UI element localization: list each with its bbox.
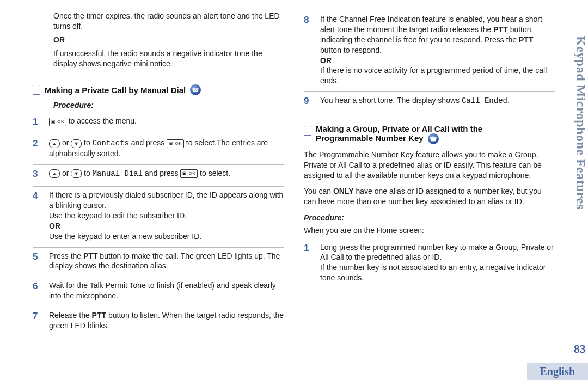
right-column: 8 If the Channel Free Indication feature…	[304, 11, 555, 336]
step-number: 5	[33, 251, 41, 272]
step-number: 8	[304, 14, 313, 86]
phone-feature-icon: ☎	[190, 84, 201, 95]
step-number: 9	[304, 95, 313, 108]
step-body: Wait for the Talk Permit Tone to finish …	[49, 280, 284, 301]
paragraph: You can ONLY have one alias or ID assign…	[304, 186, 555, 207]
list-item: 3 ▲ or ▼ to Manual Dial and press ▣ OK t…	[33, 165, 284, 187]
list-item: 1 Long press the programmed number key t…	[304, 239, 555, 289]
side-tab: Keypad Microphone Features	[573, 30, 588, 211]
list-item: 8 If the Channel Free Indication feature…	[304, 11, 555, 92]
down-key-icon: ▼	[71, 139, 82, 148]
separator	[33, 73, 284, 73]
page-number: 83	[574, 342, 586, 356]
list-item: 2 ▲ or ▼ to Contacts and press ▣ OK to s…	[33, 134, 284, 165]
down-key-icon: ▼	[71, 169, 82, 178]
note-icon	[33, 85, 40, 95]
list-item: 1 ▣ OK to access the menu.	[33, 113, 284, 134]
section-heading: Making a Private Call by Manual Dial ☎	[33, 84, 284, 95]
procedure-list: 1 Long press the programmed number key t…	[304, 239, 555, 289]
side-tab-label: Keypad Microphone Features	[573, 36, 588, 210]
heading-text: Making a Group, Private or All Call with…	[316, 124, 534, 144]
procedure-note: When you are on the Home screen:	[304, 225, 555, 236]
or-label: OR	[49, 222, 60, 230]
step-body: ▣ OK to access the menu.	[49, 116, 284, 128]
language-tab: English	[527, 363, 588, 380]
step-body: Release the PTT button to listen. When t…	[49, 310, 284, 331]
heading-text: Making a Private Call by Manual Dial	[45, 85, 186, 95]
ok-key-icon: ▣ OK	[167, 139, 184, 148]
note-icon	[304, 126, 311, 136]
step-number: 3	[33, 168, 41, 181]
list-item: 4 If there is a previously dialed subscr…	[33, 187, 284, 247]
phone-feature-icon: ☎	[428, 133, 439, 144]
up-key-icon: ▲	[49, 139, 60, 148]
step-number: 2	[33, 138, 41, 159]
section-heading: Making a Group, Private or All Call with…	[304, 124, 555, 144]
intro-text: Once the timer expires, the radio sounds…	[53, 11, 284, 32]
step-body: You hear a short tone. The display shows…	[320, 95, 555, 108]
list-item: 5 Press the PTT button to make the call.…	[33, 248, 284, 278]
page-body: Once the timer expires, the radio sounds…	[33, 11, 555, 336]
or-label: OR	[320, 56, 332, 65]
step-body: Long press the programmed number key to …	[320, 242, 555, 284]
procedure-label: Procedure:	[304, 213, 555, 222]
step-number: 1	[33, 116, 41, 128]
ok-key-icon: ▣ OK	[180, 169, 198, 178]
step-body: If the Channel Free Indication feature i…	[320, 14, 555, 86]
list-item: 7 Release the PTT button to listen. When…	[33, 307, 284, 336]
intro-text: If unsuccessful, the radio sounds a nega…	[53, 48, 284, 69]
step-number: 7	[33, 310, 41, 331]
or-label: OR	[53, 35, 284, 45]
paragraph: The Programmable Number Key feature allo…	[304, 150, 555, 181]
step-body: Press the PTT button to make the call. T…	[49, 251, 284, 272]
procedure-label: Procedure:	[53, 101, 284, 109]
step-number: 6	[33, 280, 41, 301]
procedure-list-continued: 8 If the Channel Free Indication feature…	[304, 11, 555, 113]
step-body: ▲ or ▼ to Manual Dial and press ▣ OK to …	[49, 168, 284, 181]
left-column: Once the timer expires, the radio sounds…	[33, 11, 284, 336]
step-number: 4	[33, 190, 41, 241]
step-number: 1	[304, 242, 313, 284]
step-body: ▲ or ▼ to Contacts and press ▣ OK to sel…	[49, 138, 284, 159]
list-item: 6 Wait for the Talk Permit Tone to finis…	[33, 277, 284, 307]
ok-key-icon: ▣ OK	[49, 118, 66, 126]
list-item: 9 You hear a short tone. The display sho…	[304, 92, 555, 113]
procedure-list: 1 ▣ OK to access the menu. 2 ▲ or ▼ to C…	[33, 113, 284, 336]
step-body: If there is a previously dialed subscrib…	[49, 190, 284, 241]
up-key-icon: ▲	[49, 169, 60, 178]
